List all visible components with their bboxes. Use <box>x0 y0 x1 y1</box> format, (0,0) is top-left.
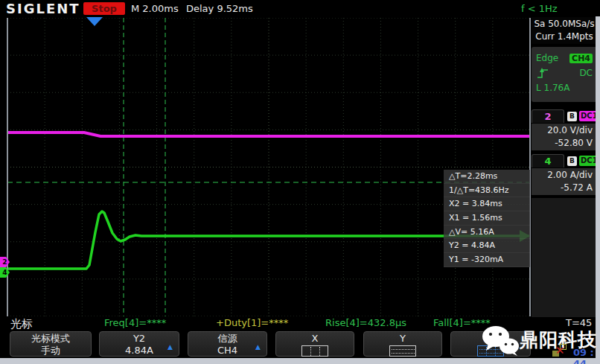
cursor-y2: Y2 = 4.84A <box>444 239 530 253</box>
trigger-mode: Edge <box>536 53 558 63</box>
cursor-mode-value: 手动 <box>10 345 91 357</box>
trigger-level: L 1.76A <box>536 83 569 93</box>
network-disconnected-icon: ✕ <box>552 344 569 357</box>
cursor-delta-t: △T=2.28ms <box>444 170 530 184</box>
measurement-freq: Freq[4]=**** <box>104 317 166 328</box>
cursor-delta-v: △V= 5.16A <box>444 226 530 240</box>
y-label: Y <box>364 333 441 345</box>
trigger-info-box[interactable]: Edge CH4 DC L 1.76A <box>532 47 597 102</box>
ch2-info-box[interactable]: 20.0 V/div -52.80 V <box>532 124 597 150</box>
measurement-rise: Rise[4]=432.8µs <box>325 317 406 328</box>
cursor-x1: X1 = 1.56ms <box>444 211 530 226</box>
memory-depth: Curr 1.4Mpts <box>532 31 597 43</box>
ch2-bandwidth-badge: B <box>567 112 577 121</box>
right-edge-strip <box>596 16 600 364</box>
up-arrow-icon: ▲ <box>167 341 173 353</box>
graticule-grid <box>7 18 530 316</box>
sample-rate: Sa 50.0MSa/s <box>532 18 597 31</box>
cursor-measurement-box: △T=2.28ms 1/△T=438.6Hz X2 = 3.84ms X1 = … <box>444 170 530 267</box>
ch4-offset: -5.72 A <box>532 182 593 194</box>
cursor-x-button[interactable]: X <box>275 331 354 357</box>
cursor-source-button[interactable]: 信源 CH4 ▲ <box>188 331 267 357</box>
ch2-header[interactable]: 2 B DC1M <box>532 109 600 124</box>
timebase-readout[interactable]: M 2.00ms <box>131 3 179 14</box>
cursor-inv-delta-t: 1/△T=438.6Hz <box>444 184 530 198</box>
waveform-display <box>7 18 530 316</box>
top-bar: SIGLENT Stop M 2.00ms Delay 9.52ms f < 1… <box>0 0 600 16</box>
wechat-icon <box>481 325 520 356</box>
ch4-header[interactable]: 4 B DC1M <box>532 153 600 168</box>
ch2-offset: -52.80 V <box>532 137 593 150</box>
siglent-logo: SIGLENT <box>6 1 80 16</box>
trigger-source-badge: CH4 <box>569 54 593 63</box>
acquisition-info-box: Sa 50.0MSa/s Curr 1.4Mpts <box>532 17 597 44</box>
watermark: 鼎阳科技 ✕ 09 : 44 <box>476 322 600 359</box>
trigger-position-marker[interactable] <box>86 17 103 26</box>
sidebar-empty-panel <box>532 198 597 317</box>
trigger-frequency-readout: f < 1Hz <box>521 3 558 14</box>
cursor-menu-title: 光标 <box>10 317 33 331</box>
x-cursors-icon <box>301 345 328 357</box>
measurement-duty: +Duty[1]=**** <box>216 317 288 328</box>
cursor-y-button[interactable]: Y <box>363 331 442 357</box>
clock: 09 : 44 <box>573 347 600 364</box>
ch2-scale: 20.0 V/div <box>532 124 593 137</box>
oscilloscope-screen: SIGLENT Stop M 2.00ms Delay 9.52ms f < 1… <box>0 0 600 364</box>
y-cursors-icon <box>389 345 416 357</box>
delay-readout[interactable]: Delay 9.52ms <box>186 3 253 14</box>
trigger-coupling: DC <box>579 68 593 78</box>
cursor-mode-button[interactable]: 光标模式 手动 <box>10 331 92 357</box>
ch4-scale: 2.00 A/div <box>532 169 593 182</box>
waveform-svg <box>7 18 530 316</box>
cursor-x2: X2 = 3.84ms <box>444 197 530 211</box>
run-stop-button[interactable]: Stop <box>83 2 125 15</box>
display-right-border <box>529 18 531 316</box>
bottom-edge-strip <box>0 358 600 364</box>
ch4-info-box[interactable]: 2.00 A/div -5.72 A <box>532 168 597 195</box>
x-label: X <box>276 333 354 345</box>
ch4-bandwidth-badge: B <box>567 156 577 166</box>
cursor-y1: Y1 = -320mA <box>444 253 530 267</box>
rising-edge-icon <box>536 66 549 80</box>
ch2-number-tab[interactable]: 2 <box>532 109 564 123</box>
cursor-y2-button[interactable]: Y2 4.84A ▲ <box>99 331 179 357</box>
cursor-mode-label: 光标模式 <box>10 333 91 345</box>
ch4-number-tab[interactable]: 4 <box>532 154 564 167</box>
up-arrow-icon: ▲ <box>255 341 261 353</box>
